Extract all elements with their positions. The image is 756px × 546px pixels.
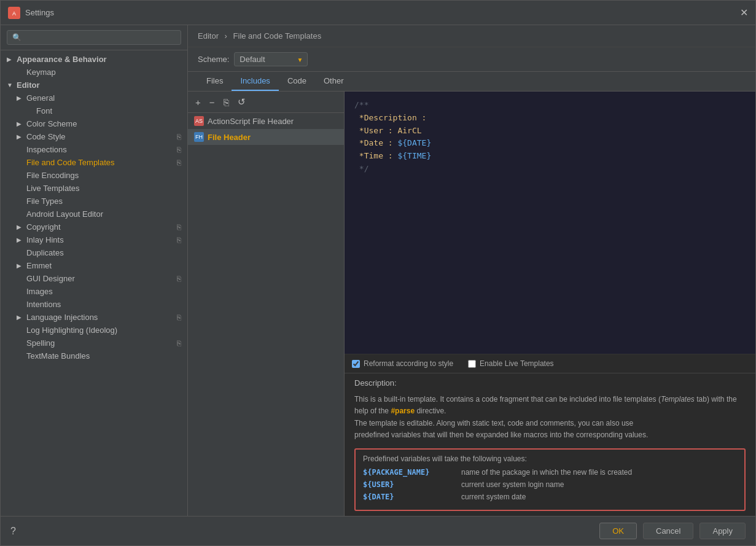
sidebar-item-label: Live Templates — [26, 184, 79, 193]
sidebar: ▶ Appearance & Behavior Keymap ▼ Editor — [1, 25, 188, 516]
sidebar-item-textmate[interactable]: TextMate Bundles — [1, 349, 187, 362]
reformat-checkbox-item: Reformat according to style — [352, 359, 453, 368]
copy-icon: ⎘ — [177, 275, 181, 283]
sidebar-item-duplicates[interactable]: Duplicates — [1, 246, 187, 259]
bold-text: #parse — [391, 407, 415, 415]
code-line: *Description : — [354, 112, 746, 125]
sidebar-item-keymap[interactable]: Keymap — [1, 66, 187, 79]
sidebar-item-label: Editor — [17, 80, 40, 90]
var-row-2: ${DATE} current system date — [363, 493, 737, 501]
tab-files[interactable]: Files — [198, 72, 232, 91]
sidebar-item-images[interactable]: Images — [1, 285, 187, 298]
sidebar-item-font[interactable]: Font — [1, 104, 187, 117]
var-desc: current system date — [461, 493, 737, 501]
sidebar-item-editor[interactable]: ▼ Editor — [1, 79, 187, 92]
breadcrumb: Editor › File and Code Templates — [188, 25, 755, 47]
arrow-icon: ▶ — [17, 314, 24, 321]
sidebar-item-label: Language Injections — [26, 313, 98, 322]
sidebar-item-file-encodings[interactable]: File Encodings — [1, 169, 187, 182]
code-line: *Date : ${DATE} — [354, 137, 746, 150]
var-desc: name of the package in which the new fil… — [461, 468, 737, 477]
scheme-select[interactable]: Default — [234, 52, 308, 66]
sidebar-item-file-types[interactable]: File Types — [1, 195, 187, 208]
code-line: /** — [354, 99, 746, 112]
sidebar-item-label: GUI Designer — [26, 274, 75, 283]
sidebar-item-gui-designer[interactable]: GUI Designer ⎘ — [1, 272, 187, 285]
sidebar-item-label: Appearance & Behavior — [17, 55, 107, 64]
file-item-actionscript[interactable]: AS ActionScript File Header — [188, 113, 344, 129]
live-templates-label: Enable Live Templates — [480, 359, 554, 368]
sidebar-item-language-injections[interactable]: ▶ Language Injections ⎘ — [1, 311, 187, 324]
cancel-button[interactable]: Cancel — [643, 523, 693, 539]
copy-icon: ⎘ — [177, 236, 181, 244]
sidebar-item-label: Code Style — [26, 132, 66, 141]
sidebar-item-code-style[interactable]: ▶ Code Style ⎘ — [1, 130, 187, 143]
sidebar-item-file-code-templates[interactable]: File and Code Templates ⎘ — [1, 156, 187, 169]
reset-button[interactable]: ↺ — [235, 95, 248, 109]
help-button[interactable]: ? — [10, 526, 16, 536]
arrow-icon: ▼ — [7, 82, 14, 88]
app-icon: A — [8, 7, 20, 19]
apply-button[interactable]: Apply — [699, 523, 746, 539]
file-item-label: File Header — [208, 133, 251, 142]
file-item-header[interactable]: FH File Header — [188, 129, 344, 145]
sidebar-item-label: Inlay Hints — [26, 235, 64, 244]
sidebar-item-android-layout[interactable]: Android Layout Editor — [1, 208, 187, 220]
sidebar-item-label: Android Layout Editor — [26, 209, 103, 219]
code-panel: /** *Description : *User : AirCL *Date :… — [345, 92, 755, 516]
sidebar-item-spelling[interactable]: Spelling ⎘ — [1, 337, 187, 349]
scheme-select-wrap: Default — [234, 52, 308, 66]
window-title: Settings — [25, 8, 740, 17]
var-row-0: ${PACKAGE_NAME} name of the package in w… — [363, 468, 737, 477]
sidebar-item-label: Copyright — [26, 222, 61, 232]
description-text: This is a built-in template. It contains… — [345, 390, 755, 446]
close-button[interactable]: ✕ — [740, 7, 748, 18]
description-label: Description: — [345, 373, 755, 390]
sidebar-item-log-highlighting[interactable]: Log Highlighting (Ideolog) — [1, 324, 187, 337]
file-icon-blue: FH — [194, 132, 204, 142]
copy-icon: ⎘ — [177, 158, 181, 167]
code-editor[interactable]: /** *Description : *User : AirCL *Date :… — [345, 92, 755, 354]
tab-includes[interactable]: Includes — [232, 72, 278, 91]
sidebar-item-copyright[interactable]: ▶ Copyright ⎘ — [1, 220, 187, 233]
sidebar-item-live-templates[interactable]: Live Templates — [1, 182, 187, 195]
copy-icon: ⎘ — [177, 146, 181, 154]
sidebar-item-label: Intentions — [26, 300, 61, 309]
footer: ? OK Cancel Apply — [1, 516, 755, 545]
reformat-label: Reformat according to style — [364, 359, 453, 368]
live-templates-checkbox[interactable] — [468, 360, 476, 368]
copy-icon: ⎘ — [177, 339, 181, 348]
editor-section: + − ⎘ ↺ AS ActionScript File Header FH F… — [188, 92, 755, 516]
breadcrumb-sep: › — [225, 31, 227, 41]
settings-window: A Settings ✕ ▶ Appearance & Behavior — [0, 0, 756, 546]
sidebar-item-intentions[interactable]: Intentions — [1, 298, 187, 311]
code-line: */ — [354, 163, 746, 176]
file-item-label: ActionScript File Header — [208, 117, 294, 126]
add-button[interactable]: + — [193, 96, 203, 109]
arrow-icon: ▶ — [7, 56, 14, 63]
italic-text: Templates — [661, 395, 695, 404]
search-input[interactable] — [7, 30, 181, 45]
var-row-1: ${USER} current user system login name — [363, 480, 737, 489]
sidebar-item-label: Images — [26, 287, 53, 296]
copy-button[interactable]: ⎘ — [221, 96, 232, 109]
sidebar-item-appearance[interactable]: ▶ Appearance & Behavior — [1, 53, 187, 66]
remove-button[interactable]: − — [207, 96, 217, 109]
sidebar-item-label: Emmet — [26, 261, 52, 270]
search-box — [1, 25, 187, 50]
sidebar-item-inspections[interactable]: Inspections ⎘ — [1, 143, 187, 156]
sidebar-item-color-scheme[interactable]: ▶ Color Scheme — [1, 117, 187, 130]
sidebar-item-emmet[interactable]: ▶ Emmet — [1, 259, 187, 272]
reformat-checkbox[interactable] — [352, 360, 360, 368]
tab-other[interactable]: Other — [315, 72, 353, 91]
arrow-icon: ▶ — [17, 95, 24, 101]
main-panel: Editor › File and Code Templates Scheme:… — [188, 25, 755, 516]
sidebar-item-label: File and Code Templates — [26, 158, 115, 167]
var-name: ${USER} — [363, 480, 461, 489]
ok-button[interactable]: OK — [599, 523, 637, 539]
tab-code[interactable]: Code — [279, 72, 315, 91]
scheme-row: Scheme: Default — [188, 47, 755, 72]
sidebar-item-inlay-hints[interactable]: ▶ Inlay Hints ⎘ — [1, 233, 187, 246]
live-templates-checkbox-item: Enable Live Templates — [468, 359, 554, 368]
sidebar-item-general[interactable]: ▶ General — [1, 92, 187, 104]
